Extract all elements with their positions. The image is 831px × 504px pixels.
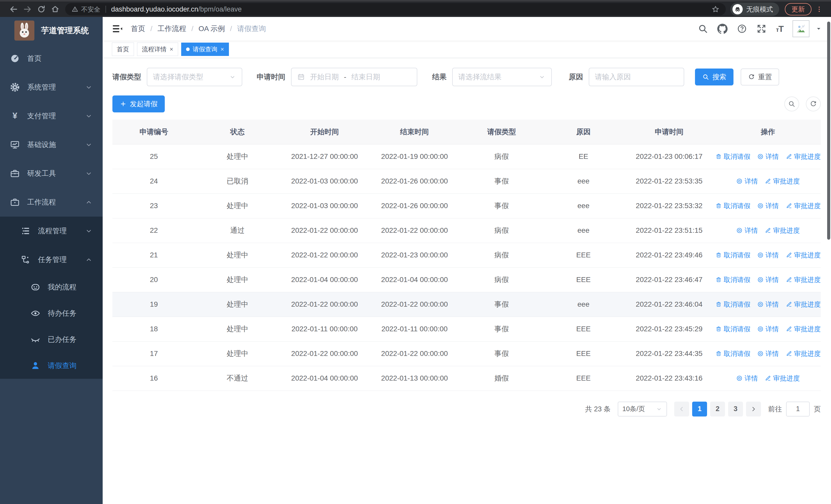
- breadcrumb-item-2[interactable]: OA 示例: [199, 24, 225, 34]
- sidebar-item-home[interactable]: 首页: [0, 44, 103, 73]
- leave-type-select[interactable]: 请选择请假类型: [147, 68, 242, 86]
- avatar[interactable]: [793, 20, 809, 37]
- tab-process-detail[interactable]: 流程详情×: [137, 42, 178, 56]
- action-progress-link[interactable]: 审批进度: [785, 152, 821, 161]
- reset-button[interactable]: 重置: [741, 68, 779, 85]
- action-detail-link[interactable]: 详情: [757, 300, 779, 309]
- security-warning[interactable]: 不安全: [71, 5, 101, 13]
- action-cancel-link[interactable]: 取消请假: [715, 152, 750, 161]
- table-row-24: 24已取消2022-01-03 00:00:002022-01-26 00:00…: [112, 169, 821, 194]
- sidebar-item-workflow[interactable]: 工作流程: [0, 188, 103, 216]
- page-scrollbar[interactable]: [827, 22, 830, 240]
- github-icon[interactable]: [717, 24, 727, 34]
- view-icon: [757, 326, 764, 332]
- action-detail-link[interactable]: 详情: [757, 251, 779, 260]
- breadcrumb-item-1[interactable]: 工作流程: [157, 24, 186, 34]
- action-detail-link[interactable]: 详情: [736, 177, 758, 186]
- prev-page-button[interactable]: [674, 402, 689, 416]
- avatar-caret-down-icon[interactable]: [815, 25, 822, 32]
- sidebar-item-todo-tasks[interactable]: 待办任务: [0, 300, 103, 326]
- browser-back-icon[interactable]: [7, 2, 21, 16]
- action-progress-link[interactable]: 审批进度: [765, 177, 800, 186]
- sidebar-item-infrastructure[interactable]: 基础设施: [0, 130, 103, 159]
- cell-actions: 取消请假详情审批进度: [715, 194, 821, 218]
- action-cancel-link[interactable]: 取消请假: [715, 275, 750, 284]
- fullscreen-icon[interactable]: [756, 24, 767, 34]
- action-detail-link[interactable]: 详情: [757, 152, 779, 161]
- apply-time-range-picker[interactable]: 开始日期 - 结束日期: [291, 68, 417, 86]
- sidebar-item-done-tasks[interactable]: 已办任务: [0, 326, 103, 353]
- cell-leave-type: 事假: [459, 292, 544, 317]
- page-button-3[interactable]: 3: [728, 402, 743, 416]
- chevron-down-icon: [85, 112, 93, 120]
- url-bar[interactable]: 不安全 dashboard.yudao.iocoder.cn/bpm/oa/le…: [65, 3, 726, 16]
- search-icon[interactable]: [698, 24, 708, 34]
- gear-icon: [10, 82, 20, 92]
- tab-leave-query[interactable]: 请假查询×: [181, 42, 229, 56]
- table-refresh-icon[interactable]: [806, 96, 821, 111]
- action-progress-link[interactable]: 审批进度: [785, 251, 821, 260]
- action-cancel-link[interactable]: 取消请假: [715, 349, 750, 358]
- table-row-16: 16不通过2022-01-04 00:00:002022-01-13 00:00…: [112, 366, 821, 391]
- incognito-icon: [733, 4, 743, 14]
- sidebar-collapse-icon[interactable]: [111, 23, 123, 35]
- app-logo[interactable]: 芋道管理系统: [0, 17, 103, 44]
- bookmark-star-icon[interactable]: [711, 5, 720, 13]
- action-cancel-link[interactable]: 取消请假: [715, 251, 750, 260]
- sidebar-item-payment-management[interactable]: ¥ 支付管理: [0, 101, 103, 130]
- tab-home[interactable]: 首页: [112, 42, 134, 56]
- sidebar-item-dev-tools[interactable]: 研发工具: [0, 159, 103, 188]
- action-progress-link[interactable]: 审批进度: [785, 349, 821, 358]
- dashboard-icon: [10, 53, 20, 64]
- cell-end-time: 2022-01-22 00:00:00: [370, 218, 460, 243]
- action-progress-link[interactable]: 审批进度: [785, 202, 821, 210]
- nodes-icon: [21, 255, 31, 265]
- sidebar-item-leave-query[interactable]: 请假查询: [0, 353, 103, 379]
- action-cancel-link[interactable]: 取消请假: [715, 202, 750, 210]
- help-icon[interactable]: [737, 24, 747, 34]
- cell-end-time: 2022-01-26 00:00:00: [370, 169, 460, 194]
- column-header-2: 开始时间: [280, 120, 370, 144]
- browser-update-button[interactable]: 更新: [785, 3, 811, 16]
- tab-close-icon[interactable]: ×: [170, 46, 173, 52]
- browser-home-icon[interactable]: [48, 2, 62, 16]
- briefcase-icon: [10, 197, 20, 207]
- action-detail-link[interactable]: 详情: [736, 226, 758, 235]
- search-button[interactable]: 搜索: [695, 68, 734, 85]
- font-size-icon[interactable]: тT: [776, 24, 783, 34]
- action-progress-link[interactable]: 审批进度: [785, 325, 821, 334]
- action-detail-link[interactable]: 详情: [757, 325, 779, 334]
- action-detail-link[interactable]: 详情: [757, 275, 779, 284]
- page-button-1[interactable]: 1: [692, 402, 707, 416]
- page-size-select[interactable]: 10条/页: [618, 402, 667, 416]
- result-select[interactable]: 请选择流结果: [452, 68, 552, 86]
- chevron-down-icon: [85, 169, 93, 178]
- page-button-2[interactable]: 2: [710, 402, 725, 416]
- breadcrumb-item-0[interactable]: 首页: [131, 24, 145, 34]
- action-progress-link[interactable]: 审批进度: [765, 374, 800, 383]
- create-leave-button[interactable]: 发起请假: [112, 95, 165, 112]
- action-detail-link[interactable]: 详情: [757, 202, 779, 210]
- browser-menu-icon[interactable]: [814, 3, 824, 16]
- action-progress-link[interactable]: 审批进度: [785, 275, 821, 284]
- sidebar-item-process-management[interactable]: 流程管理: [0, 216, 103, 245]
- cell-reason: eee: [544, 169, 623, 194]
- action-cancel-link[interactable]: 取消请假: [715, 300, 750, 309]
- tab-close-icon[interactable]: ×: [221, 46, 224, 52]
- view-icon: [757, 252, 764, 259]
- sidebar-item-system-management[interactable]: 系统管理: [0, 73, 103, 101]
- browser-reload-icon[interactable]: [34, 2, 48, 16]
- browser-forward-icon[interactable]: [21, 2, 34, 16]
- sidebar-item-task-management[interactable]: 任务管理: [0, 245, 103, 274]
- next-page-button[interactable]: [746, 402, 761, 416]
- action-progress-link[interactable]: 审批进度: [785, 300, 821, 309]
- reason-input[interactable]: [589, 68, 684, 86]
- chevron-down-icon: [85, 141, 93, 149]
- action-cancel-link[interactable]: 取消请假: [715, 325, 750, 334]
- action-progress-link[interactable]: 审批进度: [765, 226, 800, 235]
- goto-page-input[interactable]: [786, 402, 810, 416]
- action-detail-link[interactable]: 详情: [736, 374, 758, 383]
- action-detail-link[interactable]: 详情: [757, 349, 779, 358]
- sidebar-item-my-process[interactable]: 我的流程: [0, 274, 103, 300]
- table-search-icon[interactable]: [784, 96, 799, 111]
